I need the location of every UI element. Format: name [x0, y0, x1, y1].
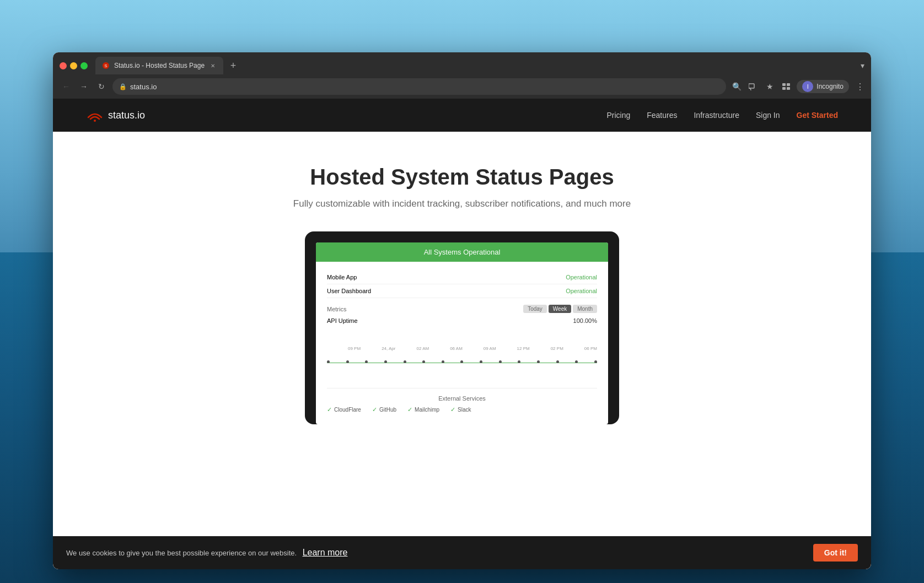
metrics-tabs: Today Week Month: [523, 305, 597, 313]
url-bar[interactable]: 🔒 status.io: [112, 78, 726, 95]
svg-text:S: S: [104, 63, 107, 68]
chart-dot: [422, 360, 425, 363]
browser-window: S Status.io - Hosted Status Page ✕ + ▾ ←…: [53, 52, 871, 569]
back-button[interactable]: ←: [60, 80, 73, 93]
cookie-message: We use cookies to give you the best poss…: [66, 548, 347, 558]
avatar: I: [802, 81, 813, 92]
metrics-tab-today[interactable]: Today: [523, 305, 547, 313]
tab-title: Status.io - Hosted Status Page: [114, 62, 205, 69]
chart-dot: [460, 360, 463, 363]
browser-toolbar: 🔍 ★ I: [730, 80, 864, 93]
svg-rect-4: [787, 83, 790, 86]
chart-dot: [556, 360, 559, 363]
logo-icon: [86, 109, 104, 122]
service-name: Mailchimp: [415, 407, 439, 413]
new-tab-button[interactable]: +: [225, 58, 241, 73]
chart-dot: [327, 360, 330, 363]
metrics-tab-week[interactable]: Week: [549, 305, 571, 313]
status-component-dashboard: User Dashboard Operational: [327, 284, 597, 298]
component-status: Operational: [566, 288, 597, 294]
ext-service-github: ✓ GitHub: [372, 406, 396, 413]
chart-label: 24, Apr: [382, 346, 395, 351]
cookie-got-it-button[interactable]: Got it!: [813, 544, 858, 562]
maximize-window-button[interactable]: [80, 62, 88, 69]
logo-text: status.io: [108, 110, 145, 121]
chart-label: 09 PM: [348, 346, 361, 351]
check-icon: ✓: [372, 406, 377, 413]
external-section: External Services ✓ CloudFlare ✓ GitHub: [327, 388, 597, 413]
nav-features[interactable]: Features: [647, 111, 677, 120]
chart-labels: 09 PM 24, Apr 02 AM 06 AM 09 AM 12 PM 02…: [327, 346, 597, 351]
browser-tab-active[interactable]: S Status.io - Hosted Status Page ✕: [95, 57, 223, 74]
nav-pricing[interactable]: Pricing: [606, 111, 630, 120]
nav-infrastructure[interactable]: Infrastructure: [694, 111, 739, 120]
nav-get-started[interactable]: Get Started: [797, 111, 838, 120]
nav-signin[interactable]: Sign In: [756, 111, 780, 120]
tab-close-button[interactable]: ✕: [209, 62, 217, 69]
forward-button[interactable]: →: [77, 80, 90, 93]
component-status: Operational: [566, 274, 597, 280]
chart-dot: [365, 360, 368, 363]
metrics-tab-month[interactable]: Month: [573, 305, 597, 313]
chart-dot: [442, 360, 444, 363]
chart-dot: [404, 360, 406, 363]
uptime-label: API Uptime: [327, 317, 358, 324]
reload-button[interactable]: ↻: [95, 80, 108, 93]
chart-area: 09 PM 24, Apr 02 AM 06 AM 09 AM 12 PM 02…: [327, 346, 597, 379]
tab-favicon-icon: S: [102, 62, 110, 69]
address-bar: ← → ↻ 🔒 status.io 🔍 ★: [53, 74, 871, 99]
laptop-mockup: All Systems Operational Mobile App Opera…: [305, 231, 619, 424]
laptop-screen: All Systems Operational Mobile App Opera…: [316, 242, 608, 424]
chart-dot: [384, 360, 387, 363]
traffic-lights: [60, 62, 88, 69]
browser-chrome: S Status.io - Hosted Status Page ✕ + ▾ ←…: [53, 52, 871, 99]
tab-bar: S Status.io - Hosted Status Page ✕ + ▾: [53, 52, 871, 74]
cast-icon[interactable]: [747, 80, 759, 93]
svg-rect-5: [782, 87, 786, 90]
browser-menu-button[interactable]: ⋮: [856, 82, 864, 92]
profile-button[interactable]: I Incognito: [797, 80, 849, 93]
external-services-list: ✓ CloudFlare ✓ GitHub ✓ Mailchimp: [327, 406, 597, 413]
metrics-section: Metrics Today Week Month API Uptime 100.…: [327, 305, 597, 379]
chart-dot: [518, 360, 520, 363]
site-nav-links: Pricing Features Infrastructure Sign In …: [606, 111, 838, 120]
hero-title: Hosted System Status Pages: [75, 165, 849, 190]
component-name: User Dashboard: [327, 288, 371, 294]
uptime-value: 100.00%: [573, 317, 597, 324]
website-content: status.io Pricing Features Infrastructur…: [53, 99, 871, 569]
chart-label: 06 PM: [584, 346, 597, 351]
chart-label: 06 AM: [450, 346, 463, 351]
svg-rect-6: [787, 87, 790, 90]
cookie-banner: We use cookies to give you the best poss…: [53, 536, 871, 569]
ext-service-mailchimp: ✓ Mailchimp: [407, 406, 439, 413]
status-body: Mobile App Operational User Dashboard Op…: [316, 262, 608, 422]
cookie-text: We use cookies to give you the best poss…: [66, 549, 297, 557]
site-nav: status.io Pricing Features Infrastructur…: [53, 99, 871, 132]
ext-service-cloudflare: ✓ CloudFlare: [327, 406, 361, 413]
chart-label: 09 AM: [484, 346, 496, 351]
service-name: Slack: [458, 407, 471, 413]
tab-list-button[interactable]: ▾: [861, 61, 864, 70]
tab-groups-icon[interactable]: [780, 80, 792, 93]
status-component-mobile: Mobile App Operational: [327, 271, 597, 284]
chart-dot: [594, 360, 597, 363]
chart-dot: [575, 360, 578, 363]
chart-label: 02 PM: [551, 346, 563, 351]
close-window-button[interactable]: [60, 62, 67, 69]
minimize-window-button[interactable]: [70, 62, 77, 69]
site-logo[interactable]: status.io: [86, 109, 145, 122]
chart-label: 12 PM: [517, 346, 530, 351]
hero-subtitle: Fully customizable with incident trackin…: [75, 198, 849, 209]
chart-dot: [537, 360, 540, 363]
svg-rect-2: [749, 84, 754, 88]
url-text: status.io: [130, 83, 157, 91]
bookmark-icon[interactable]: ★: [764, 80, 776, 93]
chart-dot: [480, 360, 482, 363]
profile-name: Incognito: [816, 83, 844, 90]
search-icon[interactable]: 🔍: [730, 80, 743, 93]
metrics-header: Metrics Today Week Month: [327, 305, 597, 313]
ext-service-slack: ✓ Slack: [450, 406, 471, 413]
hero-section: Hosted System Status Pages Fully customi…: [53, 132, 871, 446]
cookie-learn-more-link[interactable]: Learn more: [303, 548, 348, 557]
chart-label: 02 AM: [416, 346, 429, 351]
